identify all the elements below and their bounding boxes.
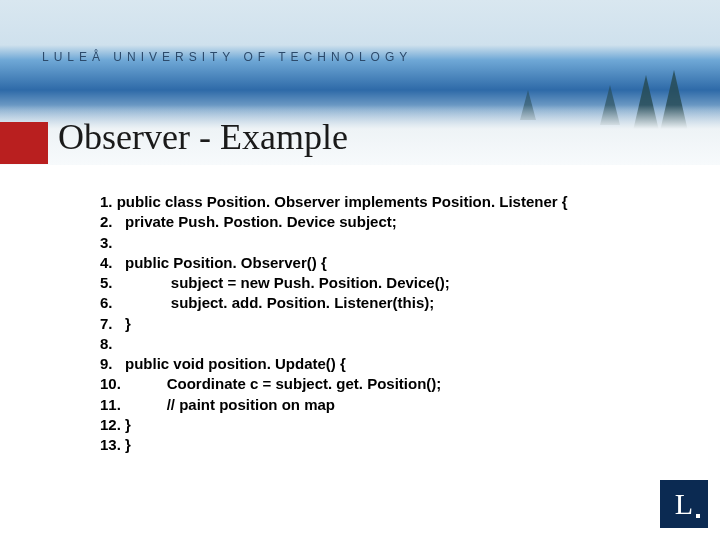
accent-block [0,122,48,164]
code-line: 11. // paint position on map [100,395,568,415]
code-line: 7. } [100,314,568,334]
code-block: 1. public class Position. Observer imple… [100,192,568,455]
code-line: 12. } [100,415,568,435]
code-line: 3. [100,233,568,253]
code-line: 1. public class Position. Observer imple… [100,192,568,212]
logo-letter: L [675,487,693,521]
code-line: 6. subject. add. Position. Listener(this… [100,293,568,313]
code-line: 10. Coordinate c = subject. get. Positio… [100,374,568,394]
slide-title: Observer - Example [58,116,348,158]
code-line: 5. subject = new Push. Position. Device(… [100,273,568,293]
code-line: 8. [100,334,568,354]
logo-dot [696,514,700,518]
code-line: 13. } [100,435,568,455]
university-logo: L [660,480,708,528]
code-line: 9. public void position. Update() { [100,354,568,374]
code-line: 2. private Push. Postion. Device subject… [100,212,568,232]
university-name: LULEÅ UNIVERSITY OF TECHNOLOGY [42,50,412,64]
code-line: 4. public Position. Observer() { [100,253,568,273]
